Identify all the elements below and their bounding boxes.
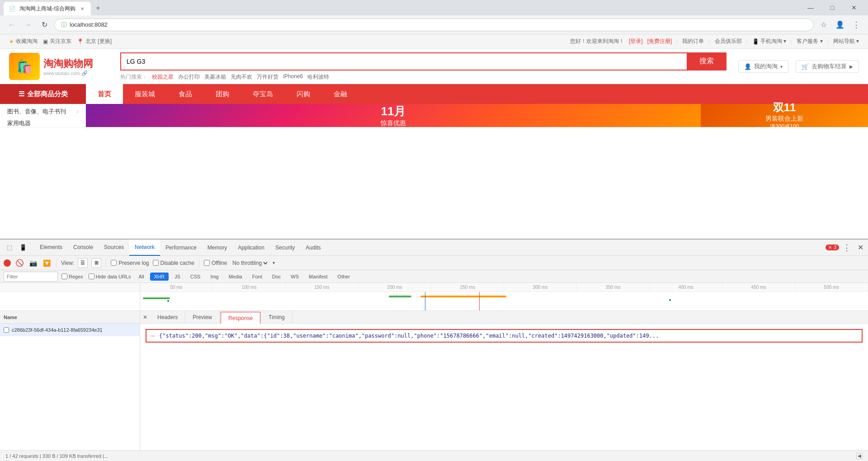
nav-item-finance[interactable]: 金融 xyxy=(322,84,359,104)
nav-item-fashion[interactable]: 服装城 xyxy=(123,84,167,104)
disable-cache-input[interactable] xyxy=(153,260,159,266)
record-btn[interactable] xyxy=(4,259,11,267)
nav-item-home[interactable]: 首页 xyxy=(86,84,123,104)
service-link[interactable]: 客户服务 ▾ xyxy=(797,38,822,45)
hot-item-6[interactable]: iPhone6 xyxy=(283,73,303,81)
inspect-element-btn[interactable]: ⬚ xyxy=(4,242,15,254)
filter-xhr-btn[interactable]: XHR xyxy=(150,273,169,281)
filter-doc-btn[interactable]: Doc xyxy=(268,273,285,281)
filter-manifest-btn[interactable]: Manifest xyxy=(305,273,332,281)
my-taotao-label: 我的淘淘 xyxy=(754,62,778,71)
tab-console[interactable]: Console xyxy=(68,240,99,256)
clear-btn[interactable]: 🚫 xyxy=(14,258,24,268)
my-taotao-btn[interactable]: 👤 我的淘淘 ▾ xyxy=(738,60,788,73)
response-tab-timing[interactable]: Timing xyxy=(261,311,292,324)
forward-btn[interactable]: → xyxy=(22,19,34,31)
back-btn[interactable]: ← xyxy=(5,19,18,31)
hide-data-input[interactable] xyxy=(89,273,94,279)
sidebar-item-appliances[interactable]: 家用电器 xyxy=(0,118,85,129)
jd-link[interactable]: ▣ 关注京东 xyxy=(43,38,71,45)
filter-all-btn[interactable]: All xyxy=(134,273,148,281)
offline-input[interactable] xyxy=(204,260,210,266)
filter-toggle-btn[interactable]: 🔽 xyxy=(42,258,52,268)
tab-elements[interactable]: Elements xyxy=(34,240,68,256)
cart-btn[interactable]: 🛒 去购物车结算 ▶ xyxy=(796,60,859,73)
filter-css-btn[interactable]: CSS xyxy=(186,273,205,281)
favorite-link[interactable]: ★ 收藏淘淘 xyxy=(9,38,38,45)
window-close-btn[interactable]: ✕ xyxy=(844,0,864,15)
tab-application[interactable]: Application xyxy=(232,240,270,256)
categories-btn[interactable]: ☰ 全部商品分类 xyxy=(0,84,86,104)
preserve-log-input[interactable] xyxy=(111,260,117,266)
register-link[interactable]: [免费注册] xyxy=(647,38,672,45)
sidebar-preview: 图书、音像、电子书刊› 家用电器 xyxy=(0,104,86,127)
regex-checkbox[interactable]: Regex xyxy=(61,273,83,279)
nav-item-group[interactable]: 团购 xyxy=(204,84,241,104)
refresh-btn[interactable]: ↻ xyxy=(38,19,51,31)
disable-cache-checkbox[interactable]: Disable cache xyxy=(153,260,194,266)
hot-label: 热门搜索： xyxy=(120,73,147,81)
tab-close-icon[interactable]: ✕ xyxy=(79,5,85,12)
filter-js-btn[interactable]: JS xyxy=(170,273,184,281)
throttle-select[interactable]: No throttling xyxy=(231,259,269,267)
active-tab[interactable]: 📄 淘淘网上商城-综合网购 ✕ xyxy=(4,2,91,15)
menu-btn[interactable]: ⋮ xyxy=(850,19,863,31)
mobile-link[interactable]: 📱手机淘淘 ▾ xyxy=(752,38,786,45)
location-link[interactable]: 📍 北京 [更换] xyxy=(77,38,112,45)
view-large-btn[interactable]: ⊞ xyxy=(91,258,101,268)
star-btn[interactable]: ☆ xyxy=(817,19,830,31)
sitenav-link[interactable]: 网站导航 ▾ xyxy=(833,38,859,45)
req-checkbox-1[interactable] xyxy=(4,327,9,333)
filter-input[interactable] xyxy=(4,272,58,282)
vip-link[interactable]: 会员俱乐部 xyxy=(715,38,742,45)
sidebar-item-books[interactable]: 图书、音像、电子书刊› xyxy=(0,106,85,118)
response-tab-headers[interactable]: Headers xyxy=(150,311,185,324)
address-field[interactable]: ⓘ localhost:8082 xyxy=(54,19,814,31)
tab-audits[interactable]: Audits xyxy=(300,240,326,256)
offline-checkbox[interactable]: Offline xyxy=(204,260,227,266)
search-input[interactable] xyxy=(120,52,687,71)
regex-input[interactable] xyxy=(61,273,67,279)
request-list: Name c286b23f-56df-434a-b112-8fa659234e3… xyxy=(0,311,140,450)
maximize-btn[interactable]: □ xyxy=(822,0,843,15)
devtools-close-btn[interactable]: ✕ xyxy=(854,242,866,254)
login-link[interactable]: [登录] xyxy=(629,38,643,45)
profile-btn[interactable]: 👤 xyxy=(834,19,846,31)
search-button[interactable]: 搜索 xyxy=(687,52,726,71)
preserve-log-checkbox[interactable]: Preserve log xyxy=(111,260,149,266)
hide-data-checkbox[interactable]: Hide data URLs xyxy=(89,273,131,279)
hot-item-4[interactable]: 无肉不欢 xyxy=(231,73,252,81)
device-mode-btn[interactable]: 📱 xyxy=(17,242,29,254)
tab-network[interactable]: Network xyxy=(129,240,160,256)
tab-performance[interactable]: Performance xyxy=(160,240,202,256)
response-json-text: {"status":200,"msg":"OK","data":{"id":38… xyxy=(159,332,659,340)
my-orders-link[interactable]: 我的订单 xyxy=(682,38,704,45)
hot-item-7[interactable]: 哈利波特 xyxy=(307,73,329,81)
response-tab-response[interactable]: Response xyxy=(221,312,260,325)
tab-security[interactable]: Security xyxy=(270,240,300,256)
request-item-1[interactable]: c286b23f-56df-434a-b112-8fa659234e31 xyxy=(0,324,140,336)
filter-font-btn[interactable]: Font xyxy=(248,273,266,281)
devtools-more-btn[interactable]: ⋮ xyxy=(841,242,853,254)
filter-media-btn[interactable]: Media xyxy=(225,273,246,281)
nav-item-auction[interactable]: 夺宝岛 xyxy=(241,84,285,104)
tab-sources[interactable]: Sources xyxy=(99,240,129,256)
hot-searches: 热门搜索： 校园之星 办公打印 美菱冰箱 无肉不欢 万件好货 iPhone6 哈… xyxy=(120,73,726,81)
hot-item-2[interactable]: 办公打印 xyxy=(178,73,200,81)
hot-item-1[interactable]: 校园之星 xyxy=(152,73,174,81)
scroll-left-btn[interactable]: ◀ xyxy=(856,453,863,459)
filter-img-btn[interactable]: Img xyxy=(206,273,222,281)
nav-item-flash[interactable]: 闪购 xyxy=(285,84,322,104)
hot-item-3[interactable]: 美菱冰箱 xyxy=(204,73,226,81)
filter-ws-btn[interactable]: WS xyxy=(287,273,303,281)
tab-memory[interactable]: Memory xyxy=(202,240,232,256)
camera-btn[interactable]: 📷 xyxy=(28,258,38,268)
view-list-btn[interactable]: ☰ xyxy=(78,258,88,268)
request-detail-close-btn[interactable]: ✕ xyxy=(140,311,150,324)
minimize-btn[interactable]: — xyxy=(800,0,821,15)
new-tab-btn[interactable]: + xyxy=(92,2,104,14)
filter-other-btn[interactable]: Other xyxy=(334,273,354,281)
hot-item-5[interactable]: 万件好货 xyxy=(257,73,278,81)
response-tab-preview[interactable]: Preview xyxy=(185,311,220,324)
nav-item-food[interactable]: 食品 xyxy=(167,84,204,104)
